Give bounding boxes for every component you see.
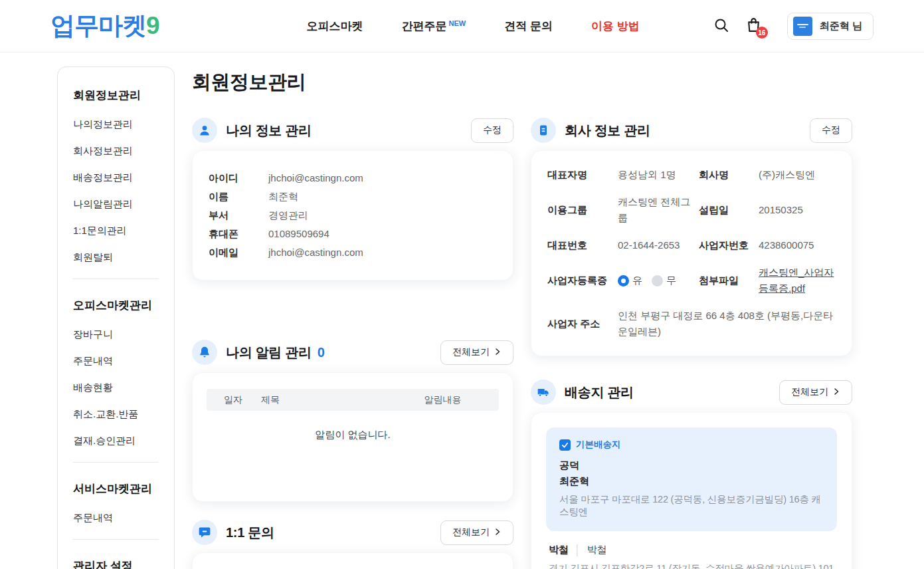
my-info-section: 나의 정보 관리 수정 아이디jhchoi@castingn.com 이름최준혁… [192,118,513,281]
sidebar-section-office-market: 오피스마켓관리 [73,298,159,313]
left-column: 나의 정보 관리 수정 아이디jhchoi@castingn.com 이름최준혁… [192,118,513,569]
logo-accent: 9 [146,12,159,39]
sidebar: 회원정보관리 나의정보관리 회사정보관리 배송정보관리 나의알림관리 1:1문의… [57,66,175,569]
company-name-label: 회사명 [699,169,755,181]
shipping-view-all-button[interactable]: 전체보기 [779,380,852,405]
radio-on-icon [618,275,629,286]
phone-label: 대표번호 [547,239,614,252]
sidebar-divider [73,462,159,463]
founded-label: 설립일 [699,204,755,217]
sidebar-item-my-info[interactable]: 나의정보관리 [73,119,159,129]
company-info-edit-button[interactable]: 수정 [810,118,852,143]
truck-icon [531,380,556,405]
address-alias: 박철 [587,544,606,556]
nav-how-to-use[interactable]: 이용 방법 [591,19,640,34]
sidebar-section-service-market: 서비스마켓관리 [73,481,159,497]
my-info-card: 아이디jhchoi@castingn.com 이름최준혁 부서경영관리 휴대폰0… [192,150,513,281]
sidebar-item-withdraw[interactable]: 회원탈퇴 [73,252,159,262]
search-icon [713,17,729,35]
default-address-alias: 공덕 [559,459,824,472]
company-name-value: (주)캐스팅엔 [759,167,836,183]
my-info-edit-button[interactable]: 수정 [471,118,513,143]
sidebar-divider [73,539,159,540]
top-header: 업무마켓9 오피스마켓 간편주문NEW 견적 문의 이용 방법 16 최준혁 님 [0,0,924,53]
main-nav: 오피스마켓 간편주문NEW 견적 문의 이용 방법 [307,19,640,34]
notifications-empty-message: 알림이 없습니다. [207,411,499,485]
sidebar-item-orders[interactable]: 주문내역 [73,356,159,366]
bell-icon [192,340,217,365]
shipping-section: 배송지 관리 전체보기 기본배송지 공덕 [531,380,852,569]
inquiry-section: 1:1 문의 전체보기 일자 유형 문의제목 [192,520,513,569]
attachment-link[interactable]: 캐스팅엔_사업자등록증.pdf [759,267,834,294]
nav-quick-order[interactable]: 간편주문NEW [402,19,466,34]
sidebar-item-cancel-exchange-return[interactable]: 취소.교환.반품 [73,409,159,419]
notifications-table-header: 일자 제목 알림내용 [207,389,499,411]
main-content: 회원정보관리 나의 정보 관리 수정 아이디jhchoi@castingn.co… [192,69,852,569]
sidebar-item-company-info[interactable]: 회사정보관리 [73,146,159,156]
sidebar-item-delivery-status[interactable]: 배송현황 [73,382,159,392]
group-value: 캐스팅엔 전체그룹 [618,194,695,226]
sidebar-item-shipping-info[interactable]: 배송정보관리 [73,172,159,182]
default-address-name: 최준혁 [559,475,824,488]
chat-icon [192,520,217,545]
inquiry-title: 1:1 문의 [226,524,274,542]
info-row: 이름최준혁 [209,187,497,206]
user-menu-button[interactable]: 최준혁 님 [787,13,874,40]
ceo-label: 대표자명 [547,169,614,181]
default-address-box: 기본배송지 공덕 최준혁 서울 마포구 마포대로 122 (공덕동, 신용보증기… [546,427,837,531]
user-name: 최준혁 님 [820,20,862,33]
radio-off-icon [652,275,663,286]
nav-office-market[interactable]: 오피스마켓 [307,19,363,34]
address-name: 박철 [549,544,569,556]
notifications-card: 일자 제목 알림내용 알림이 없습니다. [192,372,513,502]
sidebar-item-payment-approval[interactable]: 결재.승인관리 [73,435,159,445]
inquiry-view-all-button[interactable]: 전체보기 [440,520,513,545]
divider: │ [575,544,581,556]
attachment-label: 첨부파일 [699,275,755,287]
shipping-card: 기본배송지 공덕 최준혁 서울 마포구 마포대로 122 (공덕동, 신용보증기… [531,412,852,569]
user-avatar [793,17,812,36]
sidebar-item-alerts[interactable]: 나의알림관리 [73,199,159,209]
license-radio-yes[interactable]: 유 [618,275,642,287]
ceo-value: 용성남외 1명 [618,167,695,183]
shipping-title: 배송지 관리 [565,384,634,401]
cart-button[interactable]: 16 [745,17,762,35]
default-address-badge: 기본배송지 [576,439,621,451]
logo[interactable]: 업무마켓9 [50,9,159,43]
new-badge: NEW [449,19,466,27]
info-row: 부서경영관리 [209,206,497,225]
notifications-title: 나의 알림 관리 [226,344,312,362]
default-address-checkbox[interactable] [559,439,571,451]
search-button[interactable] [713,17,729,35]
nav-quote-inquiry[interactable]: 견적 문의 [504,19,553,34]
person-icon [192,118,217,143]
sidebar-item-inquiry[interactable]: 1:1문의관리 [73,225,159,235]
building-icon [531,118,556,143]
logo-text: 업무마켓 [50,12,146,39]
company-info-section: 회사 정보 관리 수정 대표자명 용성남외 1명 회사명 (주)캐스팅엔 이용그… [531,118,852,356]
notifications-view-all-button[interactable]: 전체보기 [440,340,513,365]
sidebar-divider [73,279,159,279]
biznum-value: 4238600075 [759,237,836,253]
chevron-right-icon [494,527,502,538]
sidebar-item-service-orders[interactable]: 주문내역 [73,512,159,522]
sidebar-section-member: 회원정보관리 [73,88,159,103]
chevron-right-icon [494,347,502,358]
notifications-count: 0 [318,345,325,360]
company-info-title: 회사 정보 관리 [565,122,650,140]
sidebar-section-admin: 관리자 설정 [73,558,159,569]
license-radio-group: 유 무 [618,275,695,287]
info-row: 휴대폰01089509694 [209,225,497,243]
license-radio-no[interactable]: 무 [652,275,676,287]
info-row: 아이디jhchoi@castingn.com [209,169,497,187]
biz-address-value: 인천 부평구 대정로 66 4층 408호 (부평동,다운타운일레븐) [618,308,836,340]
default-address-line: 서울 마포구 마포대로 122 (공덕동, 신용보증기금빌딩) 16층 캐스팅엔 [559,493,824,518]
sidebar-item-cart[interactable]: 장바구니 [73,329,159,339]
group-label: 이용그룹 [547,204,614,217]
founded-value: 20150325 [759,202,836,218]
company-info-card: 대표자명 용성남외 1명 회사명 (주)캐스팅엔 이용그룹 캐스팅엔 전체그룹 … [531,150,852,356]
page-title: 회원정보관리 [192,69,852,96]
info-row: 이메일jhchoi@castingn.com [209,243,497,262]
cart-count-badge: 16 [756,27,768,39]
address-list-item[interactable]: 박철 │ 박철 경기 김포시 김포한강2로 11 (장기동, 수정마을 쌍용예가… [546,531,837,569]
